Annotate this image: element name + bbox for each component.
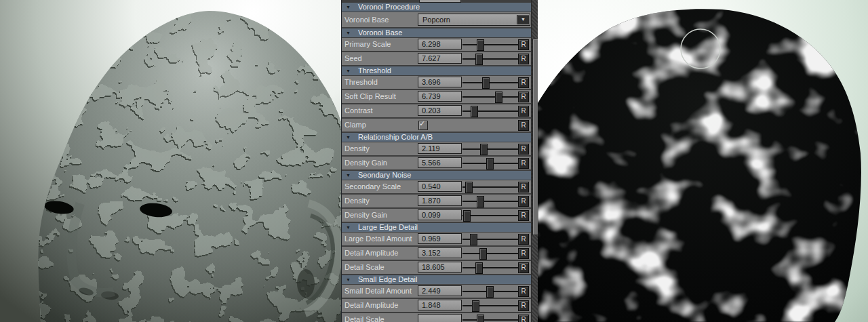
slider[interactable] xyxy=(462,90,518,103)
slider-handle[interactable] xyxy=(475,54,483,65)
reset-button[interactable]: R xyxy=(518,248,529,259)
reset-button[interactable]: R xyxy=(518,120,529,131)
reset-button[interactable]: R xyxy=(518,54,529,64)
row-large-detail-amount: Large Detail Amount 0.969 R xyxy=(342,233,532,245)
slider-handle[interactable] xyxy=(475,262,483,274)
section-header-small-edge-detail[interactable]: ▼ Small Edge Detail xyxy=(342,275,532,284)
slider-handle[interactable] xyxy=(471,106,478,117)
slider-handle[interactable] xyxy=(477,196,484,207)
reset-button[interactable]: R xyxy=(518,158,529,169)
reset-button[interactable]: R xyxy=(518,106,529,117)
value-field[interactable]: 2.449 xyxy=(418,285,462,296)
viewport-sculpt-3d[interactable] xyxy=(0,0,341,322)
section-header-voronoi-procedure[interactable]: ▼ Voronoi Procedure xyxy=(342,3,532,12)
value-field[interactable]: 7.627 xyxy=(418,53,462,64)
row-density-gain-secondary: Density Gain 0.099 R xyxy=(342,209,532,222)
reset-button[interactable]: R xyxy=(518,315,529,322)
reset-button[interactable]: R xyxy=(518,182,529,193)
reset-button[interactable]: R xyxy=(518,77,529,88)
row-density-ab: Density 2.119 R xyxy=(342,142,532,155)
slider-handle[interactable] xyxy=(463,210,471,222)
reset-button[interactable]: R xyxy=(518,196,529,207)
slider-track[interactable] xyxy=(462,58,518,60)
slider[interactable] xyxy=(462,299,518,312)
value-field[interactable]: 0.099 xyxy=(418,209,462,220)
slider[interactable] xyxy=(462,180,518,193)
slider-handle[interactable] xyxy=(470,234,477,245)
slider-track[interactable] xyxy=(462,82,518,83)
value-field[interactable]: 6.739 xyxy=(418,91,462,102)
slider-handle[interactable] xyxy=(482,77,490,89)
viewport-texture-preview-3d[interactable] xyxy=(538,0,868,322)
panel-scrollbar[interactable] xyxy=(531,0,538,322)
slider[interactable] xyxy=(462,52,518,65)
slider-track[interactable] xyxy=(462,201,518,202)
section-header-secondary-noise[interactable]: ▼ Seondary Noise xyxy=(342,171,532,180)
value-field[interactable]: 2.119 xyxy=(418,143,462,154)
slider-track[interactable] xyxy=(462,96,518,98)
dropdown-selected-value: Popcorn xyxy=(418,14,530,25)
slider-handle[interactable] xyxy=(465,182,473,193)
value-field[interactable]: 6.298 xyxy=(418,39,462,49)
reset-button[interactable]: R xyxy=(518,300,529,311)
value-field[interactable]: 1.848 xyxy=(418,300,462,310)
reset-button[interactable]: R xyxy=(518,262,529,273)
section-header-threshold[interactable]: ▼ Threshold xyxy=(342,66,532,75)
value-field[interactable]: 18.605 xyxy=(418,262,462,273)
voronoi-base-dropdown[interactable]: Popcorn ▼ xyxy=(418,14,530,26)
slider-handle[interactable] xyxy=(479,248,487,260)
slider-handle[interactable] xyxy=(472,300,479,312)
panel-scrollbar-thumb[interactable] xyxy=(532,39,538,235)
slider[interactable] xyxy=(462,142,518,155)
section-header-relationship-color[interactable]: ▼ Relationship Color A/B xyxy=(342,133,532,142)
dropdown-arrow-icon[interactable]: ▼ xyxy=(517,15,529,24)
reset-button[interactable]: R xyxy=(518,286,529,297)
value-field[interactable]: 0.969 xyxy=(418,233,462,244)
slider[interactable] xyxy=(462,313,518,322)
slider-track[interactable] xyxy=(462,253,518,254)
value-field[interactable]: 3.152 xyxy=(418,247,462,258)
clamp-checkbox[interactable]: ✓ xyxy=(418,121,428,130)
value-field[interactable]: 3.696 xyxy=(418,77,462,87)
field-label: Detail Scale xyxy=(344,313,384,322)
section-header-voronoi-base[interactable]: ▼ Voronoi Base xyxy=(342,28,532,37)
slider-track[interactable] xyxy=(462,215,518,216)
slider[interactable] xyxy=(462,247,518,260)
row-primary-scale: Primary Scale 6.298 R xyxy=(342,38,532,51)
collapse-arrow-icon: ▼ xyxy=(346,133,351,142)
collapse-arrow-icon: ▼ xyxy=(346,66,351,75)
slider-handle[interactable] xyxy=(486,286,494,298)
value-field[interactable]: 0.540 xyxy=(418,181,462,192)
value-field[interactable]: 1.870 xyxy=(418,195,462,206)
reset-button[interactable]: R xyxy=(518,234,529,245)
slider-track[interactable] xyxy=(462,319,518,321)
slider[interactable] xyxy=(462,285,518,298)
slider-track[interactable] xyxy=(462,44,518,45)
slider-handle[interactable] xyxy=(495,92,502,103)
slider-handle[interactable] xyxy=(477,315,484,322)
field-label: Threshold xyxy=(344,76,378,89)
reset-button[interactable]: R xyxy=(518,144,529,155)
slider-handle[interactable] xyxy=(480,144,488,155)
slider[interactable] xyxy=(462,104,518,117)
slider-handle[interactable] xyxy=(486,158,494,169)
slider[interactable] xyxy=(462,195,518,207)
slider[interactable] xyxy=(462,209,518,222)
reset-button[interactable]: R xyxy=(518,39,529,50)
row-density-gain-ab: Density Gain 5.566 R xyxy=(342,157,532,169)
value-field[interactable]: 0.203 xyxy=(418,105,462,116)
slider[interactable] xyxy=(462,261,518,274)
section-header-large-edge-detail[interactable]: ▼ Large Edge Detail xyxy=(342,223,532,232)
slider-track[interactable] xyxy=(462,305,518,306)
slider[interactable] xyxy=(462,76,518,89)
slider[interactable] xyxy=(462,38,518,51)
value-field[interactable]: 5.566 xyxy=(418,157,462,168)
slider-track[interactable] xyxy=(462,267,518,268)
slider[interactable] xyxy=(462,157,518,169)
reset-button[interactable]: R xyxy=(518,210,529,221)
slider-track[interactable] xyxy=(462,148,518,150)
slider[interactable] xyxy=(462,233,518,245)
slider-handle[interactable] xyxy=(477,39,484,51)
reset-button[interactable]: R xyxy=(518,92,529,102)
value-field[interactable] xyxy=(418,314,462,322)
